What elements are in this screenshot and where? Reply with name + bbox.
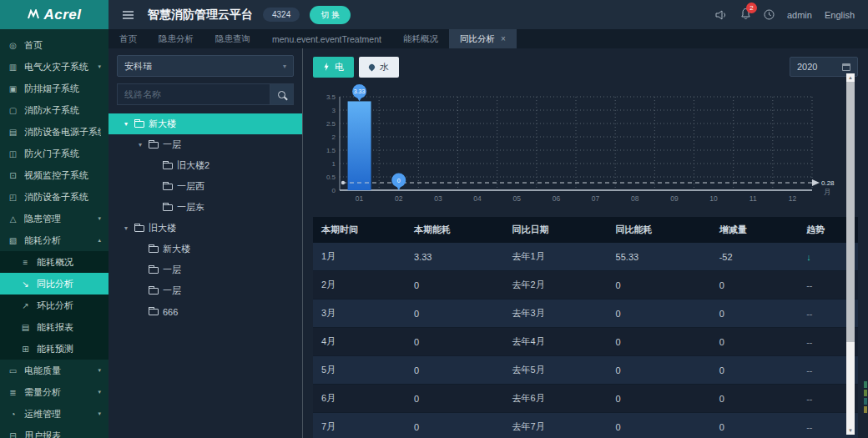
user-report-icon: ⊟: [8, 431, 18, 438]
tree-node-一层[interactable]: 一层: [108, 280, 302, 301]
table-row[interactable]: 1月3.33去年1月55.33-52↓: [313, 243, 858, 271]
device-tree: ▾新大楼▾一层旧大楼2一层西一层东▾旧大楼新大楼一层一层666: [108, 113, 302, 322]
sidebar-item-运维管理[interactable]: ◔运维管理▾: [0, 403, 108, 425]
sidebar-item-消防设备电源子系统[interactable]: ▤消防设备电源子系统: [0, 121, 108, 143]
language-switcher[interactable]: English: [825, 10, 855, 20]
sidebar-item-用户报表[interactable]: ⊟用户报表: [0, 425, 108, 438]
tree-expand-icon[interactable]: ▾: [122, 224, 130, 232]
sidebar-item-同比分析[interactable]: ↘同比分析: [0, 273, 108, 295]
cell-yoy_usage: 55.33: [608, 243, 711, 271]
cell-delta: 0: [711, 271, 798, 300]
scroll-down-icon[interactable]: ▼: [846, 426, 855, 435]
electricity-label: 电: [335, 61, 344, 73]
sidebar-item-首页[interactable]: ◎首页: [0, 34, 108, 56]
sidebar-item-label: 运维管理: [24, 408, 92, 420]
tab-隐患分析[interactable]: 隐患分析: [148, 29, 204, 48]
svg-text:06: 06: [553, 194, 561, 203]
table-row[interactable]: 6月0去年6月00--: [313, 385, 858, 413]
tree-node-一层西[interactable]: 一层西: [108, 176, 302, 197]
tree-node-label: 旧大楼: [149, 222, 176, 234]
water-tab-button[interactable]: 水: [359, 57, 399, 78]
table-row[interactable]: 3月0去年3月00--: [313, 300, 858, 328]
yoy-bar-chart[interactable]: 00.511.522.533.5010203040506070809101112…: [313, 83, 858, 209]
svg-text:3.5: 3.5: [326, 93, 336, 101]
user-name[interactable]: admin: [787, 10, 812, 20]
vertical-scrollbar[interactable]: ▲ ▼: [846, 73, 855, 435]
tree-node-label: 一层: [163, 284, 181, 297]
col-header: 增减量: [711, 217, 798, 243]
search-button[interactable]: [270, 83, 294, 105]
scroll-up-icon[interactable]: ▲: [846, 73, 855, 82]
fire-water-icon: ▢: [8, 106, 18, 115]
svg-text:10: 10: [709, 194, 718, 203]
cell-usage: 0: [406, 328, 504, 356]
sidebar-item-环比分析[interactable]: ↗环比分析: [0, 295, 108, 316]
sidebar-item-能耗预测[interactable]: ⊞能耗预测: [0, 338, 108, 360]
project-select-value: 安科瑞: [124, 60, 152, 73]
year-picker-value: 2020: [797, 62, 817, 72]
tree-node-新大楼[interactable]: ▾新大楼: [108, 113, 302, 134]
tree-node-一层[interactable]: 一层: [108, 259, 302, 280]
sidebar-item-能耗分析[interactable]: ▧能耗分析▴: [0, 229, 108, 251]
tab-首页[interactable]: 首页: [108, 29, 148, 48]
switch-project-button[interactable]: 切 换: [310, 6, 351, 24]
tab-menu.event.eventTreatment[interactable]: menu.event.eventTreatment: [261, 29, 392, 48]
line-search-input[interactable]: [117, 83, 270, 105]
sidebar-item-隐患管理[interactable]: △隐患管理▾: [0, 208, 108, 229]
notification-bell[interactable]: 2: [740, 8, 751, 22]
cell-yoy_date: 去年4月: [504, 328, 608, 356]
sidebar-item-能耗报表[interactable]: ▤能耗报表: [0, 316, 108, 338]
video-monitor-icon: ⊡: [8, 171, 18, 180]
electricity-tab-button[interactable]: 电: [313, 57, 354, 78]
trend-flat-text: --: [806, 394, 812, 404]
clock-icon[interactable]: [764, 9, 775, 20]
bar-01[interactable]: [348, 101, 371, 190]
sidebar-item-消防水子系统[interactable]: ▢消防水子系统: [0, 99, 108, 121]
sidebar-item-label: 视频监控子系统: [24, 169, 101, 182]
announcement-icon[interactable]: [715, 10, 728, 20]
tree-node-旧大楼[interactable]: ▾旧大楼: [108, 218, 302, 239]
tree-node-旧大楼2[interactable]: 旧大楼2: [108, 155, 302, 176]
sidebar-item-电能质量[interactable]: ▭电能质量▾: [0, 360, 108, 381]
tab-label: 同比分析: [460, 33, 495, 45]
tree-expand-icon[interactable]: ▾: [122, 120, 130, 128]
tree-node-一层东[interactable]: 一层东: [108, 197, 302, 218]
tab-隐患查询[interactable]: 隐患查询: [204, 29, 261, 48]
tree-expand-icon[interactable]: ▾: [136, 141, 144, 149]
content-area: 安科瑞 ▾ ▾新大楼▾一层旧大楼2一层西一层东▾旧大楼新大楼一层一层666 电: [108, 48, 868, 438]
sidebar-item-能耗概况[interactable]: ≡能耗概况: [0, 251, 108, 273]
table-header: 本期时间本期能耗同比日期同比能耗增减量趋势: [313, 217, 858, 243]
sidebar-item-防火门子系统[interactable]: ◫防火门子系统: [0, 143, 108, 164]
sidebar-item-label: 首页: [24, 39, 101, 52]
chevron-down-icon: ▾: [98, 215, 101, 222]
right-column: 智慧消防管理云平台 4324 切 换 2: [108, 0, 868, 438]
sidebar-submenu: ≡能耗概况↘同比分析↗环比分析▤能耗报表⊞能耗预测: [0, 251, 108, 360]
svg-text:02: 02: [395, 194, 403, 203]
tab-label: 能耗概况: [403, 33, 438, 45]
cell-period: 2月: [313, 271, 406, 300]
table-row[interactable]: 5月0去年5月00--: [313, 356, 858, 385]
menu-collapse-icon[interactable]: [122, 10, 134, 20]
sidebar-item-需量分析[interactable]: ≣需量分析▾: [0, 381, 108, 403]
tab-能耗概况[interactable]: 能耗概况: [392, 29, 449, 48]
tree-node-666[interactable]: 666: [108, 301, 302, 322]
table-row[interactable]: 2月0去年2月00--: [313, 271, 858, 300]
sidebar-item-消防设备子系统[interactable]: ◰消防设备子系统: [0, 186, 108, 208]
cell-yoy_usage: 0: [608, 385, 711, 413]
tree-node-一层[interactable]: ▾一层: [108, 134, 302, 155]
sidebar-item-电气火灾子系统[interactable]: ▥电气火灾子系统▾: [0, 56, 108, 78]
scrollbar-thumb[interactable]: [846, 82, 855, 342]
tab-close-icon[interactable]: ×: [501, 34, 506, 43]
table-header-row: 本期时间本期能耗同比日期同比能耗增减量趋势: [313, 217, 858, 243]
sidebar-item-视频监控子系统[interactable]: ⊡视频监控子系统: [0, 164, 108, 186]
table-row[interactable]: 4月0去年4月00--: [313, 328, 858, 356]
svg-text:11: 11: [749, 194, 757, 203]
cell-yoy_usage: 0: [608, 328, 711, 356]
tab-同比分析[interactable]: 同比分析×: [449, 29, 517, 48]
table-row[interactable]: 7月0去年7月00--: [313, 413, 858, 438]
sidebar-item-label: 防排烟子系统: [24, 83, 101, 95]
tree-node-新大楼[interactable]: 新大楼: [108, 239, 302, 259]
project-select[interactable]: 安科瑞 ▾: [117, 55, 294, 77]
sidebar-item-防排烟子系统[interactable]: ▣防排烟子系统: [0, 78, 108, 99]
tab-label: 隐患查询: [215, 33, 250, 45]
